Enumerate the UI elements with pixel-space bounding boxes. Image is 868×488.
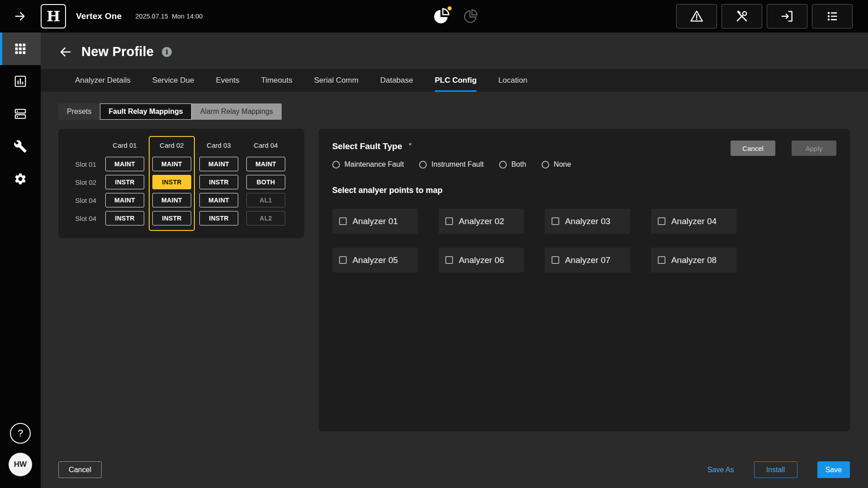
status-pie-inactive-icon[interactable] xyxy=(462,8,479,24)
tab-serial-comm[interactable]: Serial Comm xyxy=(303,69,369,92)
radio-none[interactable]: None xyxy=(542,160,571,169)
relay-cell-card03-slot04[interactable]: INSTR xyxy=(199,211,238,225)
sidebar-item-settings[interactable] xyxy=(0,163,41,195)
tab-plc-config[interactable]: PLC Config xyxy=(424,69,488,92)
analyzer-checkbox-04[interactable]: Analyzer 04 xyxy=(651,209,736,234)
tools-icon xyxy=(735,9,749,23)
checkbox-icon xyxy=(339,256,347,264)
row-label-slot-03: Slot 04 xyxy=(65,193,101,207)
row-label-slot-01: Slot 01 xyxy=(65,157,101,171)
install-button[interactable]: Install xyxy=(754,461,797,478)
subtab-alarm-relay-mappings[interactable]: Alarm Relay Mappings xyxy=(192,103,282,120)
alert-triangle-icon xyxy=(689,9,704,23)
logo-letter: H xyxy=(47,8,60,25)
exit-button[interactable] xyxy=(767,4,807,28)
relay-cell-card04-slot02[interactable]: BOTH xyxy=(246,175,285,189)
tab-analyzer-details[interactable]: Analyzer Details xyxy=(64,69,142,92)
analyzer-checkbox-03[interactable]: Analyzer 03 xyxy=(545,209,630,234)
fault-apply-button[interactable]: Apply xyxy=(792,141,836,156)
relay-cell-card03-slot02[interactable]: INSTR xyxy=(199,175,238,189)
radio-label: Instrument Fault xyxy=(431,160,484,169)
analyzer-points-title: Select analyer points to map xyxy=(332,186,836,195)
column-header-card02[interactable]: Card 02 xyxy=(160,139,184,151)
sidebar-item-dashboard[interactable] xyxy=(0,65,41,98)
page-body: Presets Fault Relay Mappings Alarm Relay… xyxy=(41,92,868,432)
relay-matrix-card: Slot 01 Slot 02 Slot 04 Slot 04 Card 01 … xyxy=(58,129,304,238)
alerts-button[interactable] xyxy=(676,4,717,28)
forward-arrow-icon[interactable] xyxy=(14,10,26,23)
sidebar-item-apps[interactable] xyxy=(0,33,41,65)
fault-cancel-button[interactable]: Cancel xyxy=(731,141,775,156)
relay-cell-card02-slot02-selected[interactable]: INSTR xyxy=(152,175,191,189)
column-header-card03[interactable]: Card 03 xyxy=(207,139,231,151)
analyzer-checkbox-05[interactable]: Analyzer 05 xyxy=(332,248,418,272)
footer-actions: Cancel Save As Install Save xyxy=(58,461,850,478)
radio-label: None xyxy=(554,160,571,169)
checkbox-icon xyxy=(445,217,453,225)
datetime-label: 2025.07.15 Mon 14:00 xyxy=(135,13,203,20)
help-button[interactable]: ? xyxy=(10,423,31,444)
relay-cell-card03-slot01[interactable]: MAINT xyxy=(199,157,238,171)
main-content: New Profile i Analyzer Details Service D… xyxy=(41,33,868,488)
radio-label: Maintenance Fault xyxy=(344,160,404,169)
column-header-card04[interactable]: Card 04 xyxy=(254,139,278,151)
subtab-fault-relay-mappings[interactable]: Fault Relay Mappings xyxy=(100,103,191,120)
sidebar-bottom: ? HW xyxy=(9,423,32,488)
save-as-link[interactable]: Save As xyxy=(708,466,734,474)
relay-cell-card01-slot04[interactable]: INSTR xyxy=(105,211,144,225)
radio-label: Both xyxy=(511,160,526,169)
relay-cell-card04-slot01[interactable]: MAINT xyxy=(246,157,285,171)
relay-cell-card02-slot04[interactable]: INSTR xyxy=(152,211,191,225)
relay-cell-card02-slot03[interactable]: MAINT xyxy=(152,193,191,207)
user-avatar[interactable]: HW xyxy=(9,453,32,476)
analyzer-checkbox-02[interactable]: Analyzer 02 xyxy=(439,209,524,234)
relay-cell-card01-slot03[interactable]: MAINT xyxy=(105,193,144,207)
fault-actions: Cancel Apply xyxy=(731,141,836,156)
tab-timeouts[interactable]: Timeouts xyxy=(250,69,303,92)
tools-button[interactable] xyxy=(722,4,762,28)
radio-icon xyxy=(542,161,549,169)
sidebar-item-maintenance[interactable] xyxy=(0,130,41,163)
wrench-icon xyxy=(14,140,27,153)
analyzer-checkbox-06[interactable]: Analyzer 06 xyxy=(439,248,524,272)
analyzer-label: Analyzer 02 xyxy=(459,216,504,226)
checkbox-icon xyxy=(339,217,347,225)
analyzer-checkbox-01[interactable]: Analyzer 01 xyxy=(332,209,418,234)
tab-location[interactable]: Location xyxy=(487,69,538,92)
radio-icon xyxy=(419,161,427,169)
analyzer-label: Analyzer 07 xyxy=(565,255,610,265)
analyzer-checkbox-07[interactable]: Analyzer 07 xyxy=(545,248,630,272)
relay-cell-card01-slot02[interactable]: INSTR xyxy=(105,175,144,189)
notification-dot xyxy=(447,5,453,11)
column-header-card01[interactable]: Card 01 xyxy=(113,139,137,151)
relay-cell-card04-slot04-disabled: AL2 xyxy=(246,211,285,225)
checkbox-icon xyxy=(658,256,665,264)
radio-maintenance-fault[interactable]: Maintenance Fault xyxy=(332,160,404,169)
row-label-slot-04: Slot 04 xyxy=(65,211,101,225)
back-arrow-icon[interactable] xyxy=(59,45,72,59)
info-icon[interactable]: i xyxy=(162,47,172,57)
status-pie-active-icon[interactable] xyxy=(432,7,451,26)
list-settings-button[interactable] xyxy=(812,4,853,28)
row-label-slot-02: Slot 02 xyxy=(65,175,101,189)
tab-database[interactable]: Database xyxy=(369,69,424,92)
analyzer-checkbox-08[interactable]: Analyzer 08 xyxy=(651,248,736,272)
analyzer-label: Analyzer 03 xyxy=(565,216,610,226)
tab-events[interactable]: Events xyxy=(205,69,250,92)
sidebar-item-devices[interactable] xyxy=(0,98,41,130)
radio-both[interactable]: Both xyxy=(499,160,526,169)
footer-cancel-button[interactable]: Cancel xyxy=(58,461,102,478)
relay-cell-card03-slot03[interactable]: MAINT xyxy=(199,193,238,207)
tab-service-due[interactable]: Service Due xyxy=(142,69,205,92)
top-bar: H Vertex One 2025.07.15 Mon 14:00 xyxy=(0,0,868,33)
panels: Slot 01 Slot 02 Slot 04 Slot 04 Card 01 … xyxy=(58,129,850,432)
relay-cell-card01-slot01[interactable]: MAINT xyxy=(105,157,144,171)
subtab-presets[interactable]: Presets xyxy=(58,103,100,120)
save-button[interactable]: Save xyxy=(817,461,850,478)
matrix-column-card01: Card 01 MAINT INSTR MAINT INSTR xyxy=(102,136,148,231)
radio-instrument-fault[interactable]: Instrument Fault xyxy=(419,160,484,169)
checkbox-icon xyxy=(658,217,665,225)
relay-cell-card02-slot01[interactable]: MAINT xyxy=(152,157,191,171)
relay-cell-card04-slot03-disabled: AL1 xyxy=(246,193,285,207)
matrix-row-labels: Slot 01 Slot 02 Slot 04 Slot 04 xyxy=(65,136,101,231)
